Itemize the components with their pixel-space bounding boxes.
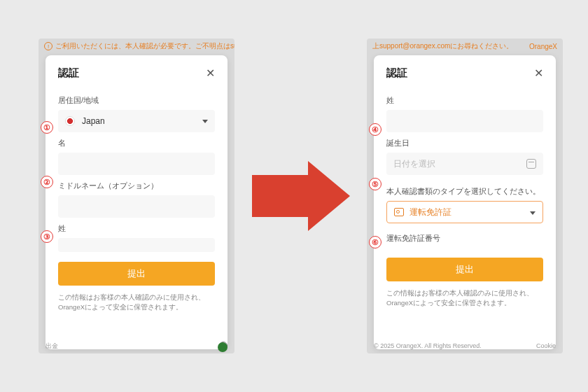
copyright: © 2025 OrangeX. All Rights Reserved. (374, 342, 482, 349)
close-icon[interactable]: ✕ (534, 68, 543, 79)
lastname-label: 姓 (58, 223, 215, 234)
lastname-label: 姓 (386, 95, 543, 106)
footer-bar: © 2025 OrangeX. All Rights Reserved. Coo… (367, 340, 563, 352)
screen-step-2: 上support@orangex.comにお尋ねください。 OrangeX 認証… (367, 38, 563, 354)
submit-button[interactable]: 提出 (386, 258, 543, 281)
middlename-input[interactable] (58, 195, 215, 218)
submit-button[interactable]: 提出 (58, 262, 215, 286)
modal-title: 認証 (386, 66, 407, 80)
screen-step-1: ! ご利用いただくには、本人確認が必要です。ご不明点はsuppo 認証 ✕ 居住… (38, 38, 234, 354)
birthday-input[interactable]: 日付を選択 (386, 153, 543, 175)
disclaimer-text: この情報はお客様の本人確認のみに使用され、OrangeXによって安全に保管されま… (58, 293, 215, 313)
firstname-label: 名 (58, 138, 215, 148)
docnum-label: 運転免許証番号 (386, 233, 543, 244)
notice-text: ご利用いただくには、本人確認が必要です。ご不明点はsuppo (55, 41, 234, 51)
birthday-label: 誕生日 (386, 138, 543, 148)
badge-2: ② (41, 176, 53, 188)
disclaimer-text: この情報はお客様の本人確認のみに使用され、OrangeXによって安全に保管されま… (386, 288, 543, 309)
license-icon (394, 208, 404, 216)
badge-3: ③ (41, 230, 53, 243)
notice-bar: ! ご利用いただくには、本人確認が必要です。ご不明点はsuppo (38, 38, 234, 54)
cookie-link[interactable]: Cookie (536, 342, 556, 349)
flag-japan-icon (65, 116, 75, 126)
bottom-bar: 出金 (38, 340, 234, 352)
doctype-value: 運転免許証 (410, 206, 451, 218)
badge-6: ⑥ (369, 236, 382, 248)
status-dot-icon (218, 342, 227, 352)
warning-icon: ! (44, 42, 52, 50)
badge-1: ① (41, 121, 53, 134)
verification-modal: 認証 ✕ 居住国/地域 Japan 名 ミドルネーム（オプション） 姓 提出 こ… (46, 55, 227, 349)
doctype-label: 本人確認書類のタイプを選択してください。 (386, 186, 543, 197)
transition-arrow-icon (252, 161, 350, 231)
lastname-input[interactable] (386, 110, 543, 132)
brand-label: OrangeX (529, 43, 557, 50)
country-label: 居住国/地域 (58, 95, 215, 106)
doctype-select[interactable]: 運転免許証 (386, 201, 543, 223)
badge-5: ⑤ (369, 178, 382, 190)
middlename-label: ミドルネーム（オプション） (58, 181, 215, 191)
close-icon[interactable]: ✕ (206, 68, 215, 79)
country-select[interactable]: Japan (58, 110, 215, 132)
birthday-placeholder: 日付を選択 (393, 158, 435, 170)
country-value: Japan (82, 116, 105, 126)
verification-modal: 認証 ✕ 姓 誕生日 日付を選択 本人確認書類のタイプを選択してください。 運転… (374, 55, 556, 349)
modal-title: 認証 (58, 66, 79, 80)
withdraw-label: 出金 (46, 342, 58, 351)
badge-4: ④ (369, 123, 382, 136)
firstname-input[interactable] (58, 153, 215, 175)
notice-text: 上support@orangex.comにお尋ねください。 (372, 41, 513, 51)
lastname-input[interactable] (58, 238, 215, 252)
notice-bar: 上support@orangex.comにお尋ねください。 OrangeX (367, 38, 563, 54)
calendar-icon (526, 159, 536, 169)
